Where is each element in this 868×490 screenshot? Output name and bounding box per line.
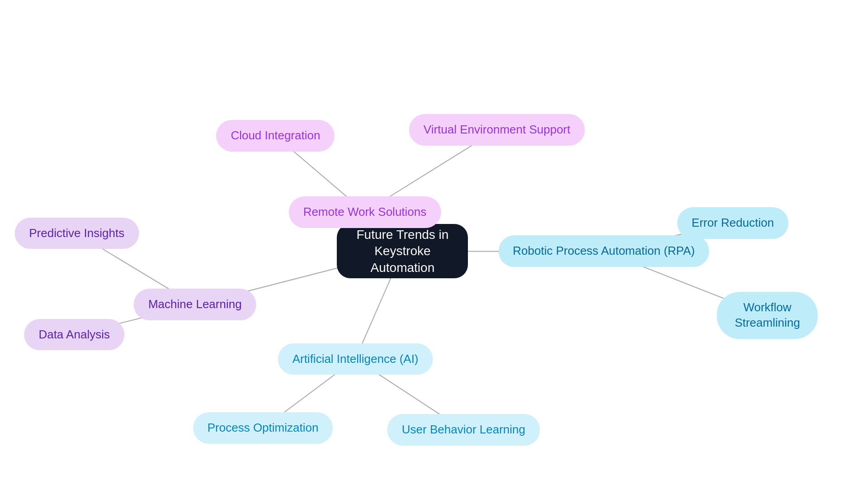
node-data-analysis[interactable]: Data Analysis xyxy=(24,319,124,351)
node-error-reduction[interactable]: Error Reduction xyxy=(677,207,788,239)
node-machine-learning[interactable]: Machine Learning xyxy=(134,289,256,320)
node-process-opt[interactable]: Process Optimization xyxy=(193,413,333,444)
node-cloud-integration[interactable]: Cloud Integration xyxy=(216,120,335,152)
node-user-behavior[interactable]: User Behavior Learning xyxy=(387,414,540,446)
node-virtual-env[interactable]: Virtual Environment Support xyxy=(409,114,585,146)
node-rpa[interactable]: Robotic Process Automation (RPA) xyxy=(498,235,709,267)
node-remote-work[interactable]: Remote Work Solutions xyxy=(289,196,441,228)
node-predictive-insights[interactable]: Predictive Insights xyxy=(14,218,139,249)
node-center[interactable]: Future Trends in Keystroke Automation xyxy=(337,224,468,278)
node-workflow[interactable]: Workflow Streamlining xyxy=(717,292,818,339)
node-ai[interactable]: Artificial Intelligence (AI) xyxy=(278,343,433,375)
